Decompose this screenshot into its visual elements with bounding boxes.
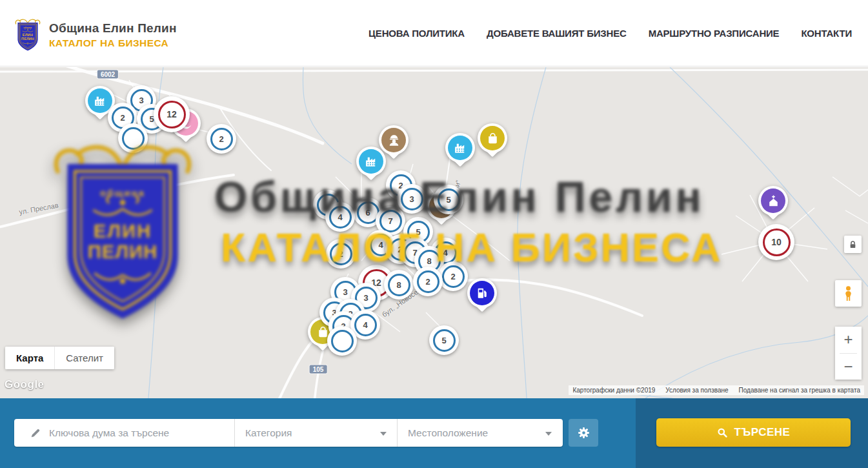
zoom-control: + − [835,327,862,380]
attribution-link-1[interactable]: Условия за ползване [665,387,728,394]
factory-icon [448,136,472,160]
cluster-marker[interactable]: 2 [326,239,356,269]
page: Община Елин Пелин КАТАЛОГ НА БИЗНЕСА ЦЕН… [0,0,868,468]
nav-item-1[interactable]: ЦЕНОВА ПОЛИТИКА [368,28,465,39]
cluster-count: 10 [771,237,782,247]
header: Община Елин Пелин КАТАЛОГ НА БИЗНЕСА ЦЕН… [0,0,868,66]
cluster-marker[interactable]: 2 [438,261,468,291]
cluster-count: 2 [338,249,343,259]
street-view-lock-button[interactable] [844,236,862,253]
brand-logo[interactable]: Община Елин Пелин КАТАЛОГ НА БИЗНЕСА [14,18,177,52]
keyword-input[interactable] [49,427,234,439]
bag-icon [480,126,505,150]
chevron-down-icon [545,432,552,436]
search-bar: Категория Местоположение [0,398,868,468]
cluster-count: 2 [120,113,125,123]
map-type-map-button[interactable]: Карта [5,347,54,369]
cluster-count: 5 [441,336,446,345]
cluster-count: 4 [338,212,342,222]
cluster-count: 3 [343,287,347,297]
search-button[interactable]: ТЪРСЕНЕ [656,418,851,447]
factory-pin-marker[interactable] [356,147,386,176]
cluster-marker[interactable] [118,123,148,153]
pegman-button[interactable] [835,280,862,307]
cluster-marker[interactable]: 3 [397,184,427,214]
map-type-control: Карта Сателит [5,347,114,369]
bag-pin-marker[interactable] [478,123,507,153]
cluster-count: 2 [425,277,430,287]
map-attribution: Картографски данни ©2019Условия за ползв… [569,385,864,395]
location-select[interactable]: Местоположение [398,419,562,447]
search-button-label: ТЪРСЕНЕ [734,426,791,439]
nav-item-3[interactable]: МАРШРУТНО РАЗПИСАНИЕ [649,28,780,39]
cluster-count: 7 [388,216,392,226]
pegman-icon [842,285,855,302]
google-logo[interactable]: Google [5,378,45,391]
pencil-icon [30,427,41,439]
advanced-settings-button[interactable] [569,419,598,447]
cluster-count: 12 [167,109,177,119]
category-select[interactable]: Категория [235,419,398,447]
road-badge: 105 [310,365,327,374]
cluster-count: 5 [446,195,450,205]
cluster-marker[interactable]: 5 [434,185,463,214]
cluster-count: 5 [416,227,420,237]
cluster-count: 3 [139,96,143,105]
chevron-down-icon [380,432,387,436]
cluster-count: 8 [396,280,401,290]
factory-icon [88,88,112,113]
cluster-marker[interactable]: 5 [429,325,459,355]
cluster-count: 2 [219,134,223,144]
cluster-count: 4 [363,320,367,330]
cluster-count: 3 [409,194,414,204]
road-badge: 6002 [97,70,118,79]
factory-pin-marker[interactable] [445,133,475,163]
keyword-field[interactable] [14,419,235,447]
category-select-label: Категория [245,427,292,439]
factory-icon [359,149,383,174]
cluster-count: 6 [365,208,370,218]
nav-item-2[interactable]: ДОБАВЕТЕ ВАШИЯТ БИЗНЕС [487,28,627,39]
cluster-marker[interactable]: 4 [325,202,355,232]
site-title: Община Елин Пелин [49,21,177,36]
search-fields: Категория Местоположение [14,419,563,447]
site-subtitle: КАТАЛОГ НА БИЗНЕСА [49,37,177,49]
cluster-marker[interactable]: 10 [758,224,794,260]
zoom-out-button[interactable]: − [835,354,862,380]
map-type-satellite-button[interactable]: Сателит [54,347,114,369]
fuel-icon [470,281,494,305]
fuel-pin-marker[interactable] [467,278,497,308]
location-select-label: Местоположение [408,427,488,439]
cluster-marker[interactable] [327,326,357,356]
cluster-marker[interactable]: 8 [384,270,414,300]
cluster-count: 4 [443,248,447,258]
cluster-marker[interactable]: 2 [413,267,443,296]
church-icon [761,188,785,213]
zoom-in-button[interactable]: + [835,327,862,353]
municipality-crest-icon [14,18,41,52]
cluster-count: 2 [450,272,455,281]
cluster-marker[interactable]: 2 [207,124,236,154]
gear-icon [577,426,590,440]
church-pin-marker[interactable] [758,186,788,216]
cluster-count: 8 [427,256,431,266]
nav-item-4[interactable]: КОНТАКТИ [801,28,852,39]
lock-icon [849,240,857,249]
attribution-link-2[interactable]: Подаване на сигнал за грешка в картата [739,387,860,394]
cluster-count: 4 [378,240,383,250]
cluster-marker[interactable]: 12 [154,96,190,132]
main-nav: ЦЕНОВА ПОЛИТИКАДОБАВЕТЕ ВАШИЯТ БИЗНЕСМАР… [368,0,852,66]
cluster-count: 3 [363,293,368,303]
map-canvas[interactable]: ул. Преславбул. „Новоселции“ 32512223564… [0,67,868,398]
search-icon [717,427,728,438]
attribution-copyright: Картографски данни ©2019 [572,387,655,394]
